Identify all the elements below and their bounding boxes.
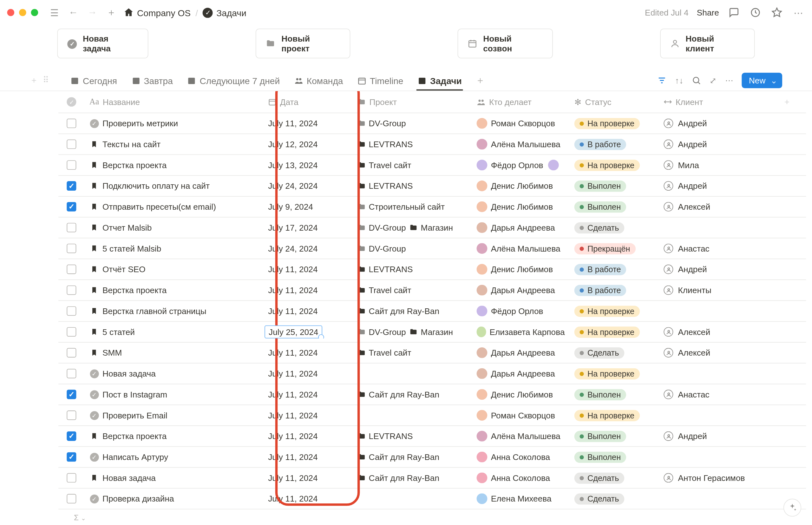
cell-date[interactable]: July 11, 2024 (263, 431, 353, 441)
cell-name[interactable]: Верстка проекта (85, 285, 263, 295)
cell-client[interactable]: Анастас (659, 244, 778, 253)
search-icon[interactable] (692, 76, 701, 85)
cell-client[interactable]: Анастас (659, 390, 778, 399)
cell-status[interactable]: Выполен (570, 451, 659, 463)
cell-who[interactable]: Фёдор Орлов (472, 306, 570, 317)
filter-icon[interactable] (657, 76, 667, 85)
project-tag[interactable]: LEVTRANS (358, 265, 413, 274)
cell-date[interactable]: July 9, 2024 (263, 202, 353, 212)
row-checkbox[interactable] (66, 452, 76, 462)
client-tag[interactable]: Алексей (664, 202, 710, 212)
row-checkbox[interactable] (66, 348, 76, 358)
client-tag[interactable]: Андрей (664, 119, 707, 128)
cell-name[interactable]: Верстка проекта (85, 160, 263, 170)
table-row[interactable]: ✓Проверить EmailJuly 11, 2024Роман Сквор… (58, 405, 806, 426)
quick-action-3[interactable]: Новый клиент (660, 29, 755, 58)
project-tag[interactable]: DV-Group (358, 119, 406, 128)
client-tag[interactable]: Алексей (664, 327, 710, 336)
cell-who[interactable]: Фёдор Орлов (472, 160, 570, 170)
cell-status[interactable]: Выполен (570, 180, 659, 192)
cell-who[interactable]: Алёна Малышева (472, 139, 570, 150)
cell-project[interactable]: DV-Group Магазин (353, 223, 472, 232)
cell-who[interactable]: Дарья Андреева (472, 222, 570, 233)
table-row[interactable]: ✓Проверка дизайнаJuly 11, 2024Елена Михе… (58, 489, 806, 509)
row-checkbox[interactable] (66, 202, 76, 212)
more-icon[interactable]: ⋯ (792, 6, 805, 19)
view-tab-Команда[interactable]: Команда (293, 73, 344, 88)
cell-name[interactable]: Отправить пресеты(см email) (85, 202, 263, 212)
cell-name[interactable]: ✓Новая задача (85, 369, 263, 378)
project-tag[interactable]: Магазин (409, 223, 453, 232)
cell-date[interactable]: July 17, 2024 (263, 223, 353, 232)
table-row[interactable]: Подключить оплату на сайтJuly 24, 2024LE… (58, 176, 806, 197)
cell-client[interactable]: Андрей (659, 265, 778, 274)
row-checkbox[interactable] (66, 473, 76, 482)
cell-project[interactable]: LEVTRANS (353, 181, 472, 191)
table-row[interactable]: 5 статей MalsibJuly 24, 2024DV-Group Алё… (58, 238, 806, 259)
date-input-active[interactable]: July 25, 2024 (265, 326, 322, 339)
cell-name[interactable]: Отчет Malsib (85, 223, 263, 232)
project-tag[interactable]: Сайт для Ray-Ban (358, 306, 439, 316)
breadcrumb-root[interactable]: Company OS (124, 7, 191, 17)
cell-status[interactable]: В работе (570, 139, 659, 150)
cell-project[interactable]: Сайт для Ray-Ban (353, 473, 472, 482)
hdr-name[interactable]: Aa Название (85, 97, 263, 107)
table-row[interactable]: Верстка проектаJuly 11, 2024LEVTRANS Алё… (58, 426, 806, 447)
table-row[interactable]: Отчет MalsibJuly 17, 2024DV-Group Магази… (58, 217, 806, 239)
row-checkbox[interactable] (66, 306, 76, 316)
close-window-icon[interactable] (7, 9, 15, 16)
row-checkbox[interactable] (66, 285, 76, 295)
cell-status[interactable]: На проверке (570, 305, 659, 317)
cell-status[interactable]: На проверке (570, 409, 659, 421)
comments-icon[interactable] (727, 6, 740, 19)
cell-date[interactable]: July 12, 2024 (263, 139, 353, 149)
table-row[interactable]: Новая задачаJuly 11, 2024Сайт для Ray-Ba… (58, 468, 806, 489)
add-block-icon[interactable]: ＋ (30, 75, 38, 86)
cell-who[interactable]: Алёна Малышева (472, 243, 570, 254)
share-button[interactable]: Share (697, 7, 719, 17)
table-row[interactable]: Отчёт SEOJuly 11, 2024LEVTRANS Денис Люб… (58, 259, 806, 280)
cell-who[interactable]: Анна Соколова (472, 472, 570, 483)
cell-status[interactable]: Сделать (570, 222, 659, 234)
cell-project[interactable]: Сайт для Ray-Ban (353, 452, 472, 462)
cell-who[interactable]: Елена Михеева (472, 493, 570, 504)
cell-project[interactable]: Строительный сайт (353, 202, 472, 212)
cell-project[interactable]: DV-Group (353, 244, 472, 253)
cell-who[interactable]: Елизавета Карпова (472, 326, 570, 337)
cell-name[interactable]: 5 статей (85, 327, 263, 336)
project-tag[interactable]: Магазин (409, 327, 453, 336)
cell-project[interactable]: DV-Group Магазин (353, 327, 472, 336)
cell-status[interactable]: На проверке (570, 159, 659, 171)
cell-name[interactable]: Подключить оплату на сайт (85, 181, 263, 191)
cell-status[interactable]: В работе (570, 264, 659, 275)
cell-project[interactable]: DV-Group (353, 119, 472, 128)
cell-who[interactable]: Дарья Андреева (472, 347, 570, 358)
project-tag[interactable]: Travel сайт (358, 348, 411, 358)
view-tab-Завтра[interactable]: Завтра (130, 73, 174, 88)
project-tag[interactable]: Строительный сайт (358, 202, 445, 212)
cell-date[interactable]: July 11, 2024 (263, 410, 353, 420)
table-row[interactable]: Верстка проектаJuly 13, 2024Travel сайт … (58, 155, 806, 176)
cell-who[interactable]: Роман Скворцов (472, 410, 570, 421)
cell-status[interactable]: На проверке (570, 368, 659, 379)
cell-name[interactable]: ✓Пост в Instagram (85, 390, 263, 399)
minimize-window-icon[interactable] (19, 9, 26, 16)
client-tag[interactable]: Андрей (664, 139, 707, 149)
hdr-who[interactable]: Кто делает (472, 97, 570, 107)
hdr-status[interactable]: ✻ Статус (570, 97, 659, 107)
table-row[interactable]: 5 статейJuly 25, 2024DV-Group Магазин Ел… (58, 322, 806, 343)
star-icon[interactable] (770, 6, 783, 19)
new-button[interactable]: New ⌄ (741, 73, 782, 88)
client-tag[interactable]: Антон Герасимов (664, 473, 745, 482)
cell-client[interactable]: Андрей (659, 431, 778, 441)
cell-date[interactable]: July 11, 2024 (263, 473, 353, 482)
table-row[interactable]: Верстка проектаJuly 11, 2024Travel сайт … (58, 280, 806, 301)
cell-client[interactable]: Андрей (659, 139, 778, 149)
cell-date[interactable]: July 13, 2024 (263, 160, 353, 170)
row-checkbox[interactable] (66, 410, 76, 420)
cell-who[interactable]: Дарья Андреева (472, 285, 570, 296)
view-tab-Следующие 7 дней[interactable]: Следующие 7 дней (186, 73, 281, 88)
cell-status[interactable]: Выполен (570, 431, 659, 442)
row-checkbox[interactable] (66, 369, 76, 378)
ai-spark-button[interactable] (783, 499, 801, 516)
